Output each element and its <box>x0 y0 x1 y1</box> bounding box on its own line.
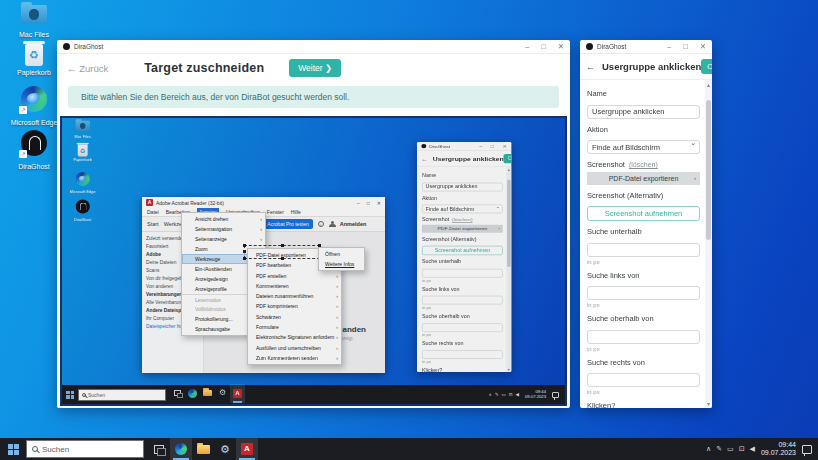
screenshot-crop-area[interactable]: Mac Files ♻ Papierkorb Microsoft Edge Di… <box>60 116 567 406</box>
minimize-icon[interactable]: – <box>357 200 360 206</box>
aktion-select-value[interactable] <box>587 140 700 154</box>
search-right-input[interactable] <box>587 373 700 387</box>
acrobat-pro-trial-button[interactable]: Acrobat Pro testen <box>263 219 312 229</box>
panel-scrollbar[interactable]: ▴ ▾ <box>506 167 511 372</box>
scroll-up-icon[interactable]: ▴ <box>506 168 511 172</box>
submenu-item[interactable]: PDF komprimieren› <box>248 301 341 311</box>
screenshot-thumbnail[interactable]: PDF-Datei exportieren › <box>422 225 503 233</box>
settings-gear-icon[interactable]: ⚙ <box>214 438 236 460</box>
weiter-button[interactable]: Weiter ❯ <box>289 59 341 77</box>
network-icon[interactable]: ⊡ <box>739 445 745 453</box>
minimize-icon[interactable]: – <box>525 40 529 54</box>
close-icon[interactable]: ✕ <box>377 200 381 206</box>
maximize-icon[interactable]: □ <box>367 200 370 206</box>
search-left-input[interactable] <box>422 296 503 305</box>
search-below-input[interactable] <box>587 243 700 257</box>
taskbar-search[interactable]: Suchen <box>78 389 166 401</box>
scrollbar-thumb[interactable] <box>706 100 711 240</box>
search-right-input[interactable] <box>422 350 503 359</box>
task-view-icon[interactable] <box>148 438 170 460</box>
account-icon[interactable] <box>329 221 335 227</box>
menubar-item[interactable]: Hilfe <box>291 209 301 215</box>
maximize-icon[interactable]: □ <box>541 40 546 54</box>
tray-overflow-icon[interactable]: ∧ <box>488 392 491 397</box>
edge-icon[interactable] <box>170 438 192 460</box>
desktop-icon-diraghost[interactable]: ↗ DiraGhost <box>6 130 62 171</box>
menu-item[interactable]: Seitenanzeige› <box>182 234 265 244</box>
close-icon[interactable]: ✕ <box>503 142 508 150</box>
search-above-input[interactable] <box>587 330 700 344</box>
tab-start[interactable]: Start <box>147 221 159 227</box>
taskbar-clock[interactable]: 09:44 09.07.2023 <box>525 390 546 399</box>
submenu-item[interactable]: Zum Kommentieren senden› <box>248 353 341 363</box>
name-input[interactable] <box>587 105 700 119</box>
capture-screenshot-button[interactable]: Screenshot aufnehmen <box>422 246 503 255</box>
delete-screenshot-link[interactable]: (löschen) <box>452 218 473 222</box>
submenu-item[interactable]: Elektronische Signaturen anfordern› <box>248 332 341 342</box>
scroll-down-icon[interactable]: ▾ <box>705 400 712 407</box>
back-arrow-icon[interactable]: ← <box>586 62 595 72</box>
taskbar-search[interactable]: Suchen <box>26 440 144 458</box>
taskbar-clock[interactable]: 09:44 09.07.2023 <box>761 441 796 457</box>
screenshot-thumbnail[interactable]: PDF-Datei exportieren › <box>587 172 700 185</box>
name-input[interactable] <box>422 182 503 191</box>
action-center-icon[interactable] <box>552 392 559 398</box>
back-link[interactable]: ← Zurück <box>67 63 108 74</box>
submenu-item[interactable]: Ausfüllen und unterschreiben› <box>248 343 341 353</box>
search-below-input[interactable] <box>422 269 503 278</box>
battery-icon[interactable]: ▭ <box>502 392 506 397</box>
settings-gear-icon[interactable]: ⚙ <box>215 384 230 403</box>
scroll-up-icon[interactable]: ▴ <box>705 81 712 88</box>
pen-icon[interactable]: ✎ <box>495 392 499 397</box>
tray-overflow-icon[interactable]: ∧ <box>706 445 711 453</box>
ok-button[interactable]: OK <box>504 154 512 163</box>
menu-item[interactable]: Seitennavigation› <box>182 224 265 234</box>
start-button[interactable] <box>62 385 78 404</box>
scroll-down-icon[interactable]: ▾ <box>506 367 511 371</box>
submenu-item[interactable]: Formulare› <box>248 322 341 332</box>
ok-button[interactable]: OK <box>701 59 712 74</box>
menu-item[interactable]: Ansicht drehen› <box>182 214 265 224</box>
menubar-item[interactable]: Fenster <box>267 209 284 215</box>
aktion-select-value[interactable] <box>422 205 503 214</box>
pen-icon[interactable]: ✎ <box>716 445 722 453</box>
task-view-icon[interactable] <box>170 384 185 403</box>
context-menu-item[interactable]: Öffnen <box>319 249 364 259</box>
info-icon[interactable]: i <box>318 221 324 227</box>
acrobat-taskbar-icon[interactable]: A <box>236 438 258 460</box>
back-arrow-icon[interactable]: ← <box>421 155 427 161</box>
context-menu-item[interactable]: Weitere Infos <box>319 259 364 269</box>
network-icon[interactable]: ⊡ <box>509 392 513 397</box>
panel-scrollbar[interactable]: ▴ ▾ <box>705 80 712 408</box>
search-above-input[interactable] <box>422 323 503 332</box>
capture-screenshot-button[interactable]: Screenshot aufnehmen <box>587 206 700 221</box>
minimize-icon[interactable]: – <box>479 142 482 150</box>
desktop-icon-papierkorb[interactable]: ♻ Papierkorb <box>6 44 62 77</box>
edge-icon[interactable] <box>185 384 200 403</box>
desktop-icon-mac-files[interactable]: Mac Files <box>6 5 62 39</box>
aktion-select[interactable]: ⌄ <box>587 136 700 155</box>
signin-link[interactable]: Anmelden <box>340 221 367 227</box>
delete-screenshot-link[interactable]: (löschen) <box>629 161 658 168</box>
file-explorer-icon[interactable] <box>200 384 215 403</box>
volume-icon[interactable]: ◀ <box>750 445 755 453</box>
close-icon[interactable]: ✕ <box>558 40 564 54</box>
close-icon[interactable]: ✕ <box>700 40 706 54</box>
minimize-icon[interactable]: – <box>667 40 671 54</box>
submenu-item[interactable]: Dateien zusammenführen› <box>248 291 341 301</box>
submenu-item[interactable]: Schwärzen› <box>248 312 341 322</box>
file-explorer-icon[interactable] <box>192 438 214 460</box>
search-left-input[interactable] <box>587 286 700 300</box>
action-center-icon[interactable] <box>802 445 812 454</box>
submenu-item[interactable]: PDF erstellen› <box>248 271 341 281</box>
maximize-icon[interactable]: □ <box>683 40 688 54</box>
aktion-select[interactable]: ⌄ <box>422 202 503 214</box>
maximize-icon[interactable]: □ <box>491 142 494 150</box>
menubar-item[interactable]: Datei <box>147 209 159 215</box>
start-button[interactable] <box>0 438 26 460</box>
volume-icon[interactable]: ◀ <box>516 392 519 397</box>
acrobat-taskbar-icon[interactable]: A <box>230 384 245 403</box>
battery-icon[interactable]: ▭ <box>727 445 734 453</box>
submenu-item[interactable]: Kommentieren› <box>248 281 341 291</box>
desktop-icon-edge[interactable]: ↗ Microsoft Edge <box>6 86 62 127</box>
